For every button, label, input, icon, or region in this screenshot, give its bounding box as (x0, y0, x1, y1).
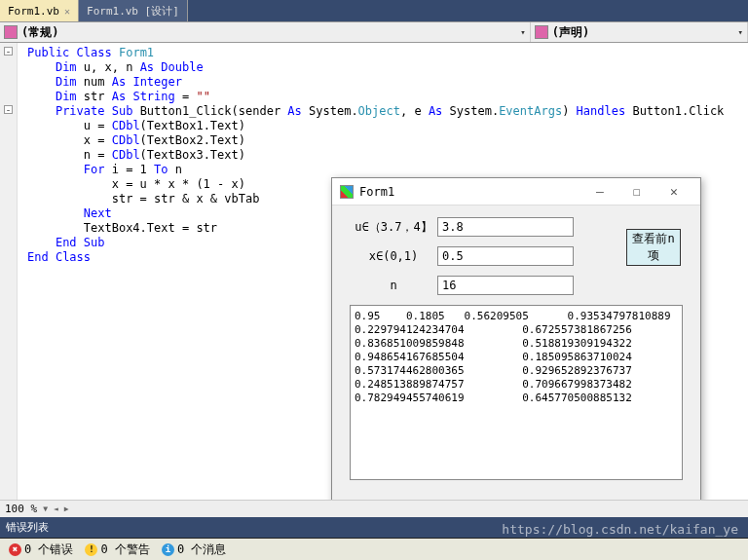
collapse-icon[interactable]: - (4, 47, 13, 56)
minimize-icon[interactable]: — (581, 184, 618, 199)
dropdown-label: (常规) (21, 24, 58, 41)
label-u: u∈（3.7，4】 (350, 219, 437, 236)
messages-count[interactable]: i 0 个消息 (157, 541, 231, 559)
form-title: Form1 (359, 185, 581, 199)
zoom-bar: 100 % ▼ ◄ ▶ (0, 500, 748, 517)
close-icon[interactable]: ✕ (655, 184, 692, 199)
output-textbox[interactable]: 0.95 0.1805 0.56209505 0.93534797810889 … (350, 305, 683, 480)
zoom-value[interactable]: 100 % (5, 503, 37, 515)
maximize-icon[interactable]: ☐ (618, 184, 655, 199)
error-list-header[interactable]: 错误列表 (0, 517, 748, 539)
ide-window: Form1.vb ✕ Form1.vb [设计] (常规) ▾ (声明) ▾ -… (0, 0, 748, 560)
nav-right-icon[interactable]: ▶ (64, 504, 69, 513)
form1-window[interactable]: Form1 — ☐ ✕ u∈（3.7，4】 x∈(0,1) n 0.95 (331, 177, 701, 500)
tab-form1-design[interactable]: Form1.vb [设计] (79, 0, 188, 21)
error-icon: ✖ (9, 543, 21, 556)
close-icon[interactable]: ✕ (64, 6, 70, 17)
collapse-icon[interactable]: - (4, 105, 13, 114)
label-n: n (350, 279, 437, 292)
tab-label: Form1.vb (8, 5, 59, 18)
info-icon: i (162, 543, 174, 556)
class-dropdown[interactable]: (常规) ▾ (0, 22, 531, 42)
member-dropdown[interactable]: (声明) ▾ (531, 22, 748, 42)
chevron-down-icon: ▾ (520, 27, 525, 37)
warnings-count[interactable]: ! 0 个警告 (80, 541, 154, 559)
label-x: x∈(0,1) (350, 249, 437, 263)
nav-left-icon[interactable]: ◄ (54, 504, 58, 513)
vb-icon (4, 25, 18, 39)
gutter: - - (0, 43, 18, 500)
input-u[interactable] (437, 217, 574, 237)
error-list-body: ✖ 0 个错误 ! 0 个警告 i 0 个消息 (0, 539, 748, 560)
vb-icon (535, 25, 548, 39)
dropdown-label: (声明) (552, 24, 589, 41)
chevron-down-icon: ▾ (738, 27, 743, 37)
errors-count[interactable]: ✖ 0 个错误 (4, 541, 78, 559)
tab-form1-code[interactable]: Form1.vb ✕ (0, 0, 79, 21)
input-x[interactable] (437, 246, 574, 266)
warning-icon: ! (85, 543, 97, 556)
code-editor[interactable]: - - Public Class Form1 Dim u, x, n As Do… (0, 43, 748, 500)
input-n[interactable] (437, 276, 574, 295)
form-titlebar[interactable]: Form1 — ☐ ✕ (332, 178, 700, 205)
tab-bar: Form1.vb ✕ Form1.vb [设计] (0, 0, 748, 21)
member-dropdown-bar: (常规) ▾ (声明) ▾ (0, 21, 748, 43)
app-icon (340, 185, 354, 199)
tab-label: Form1.vb [设计] (87, 4, 179, 19)
view-n-button[interactable]: 查看前n项 (626, 229, 681, 266)
